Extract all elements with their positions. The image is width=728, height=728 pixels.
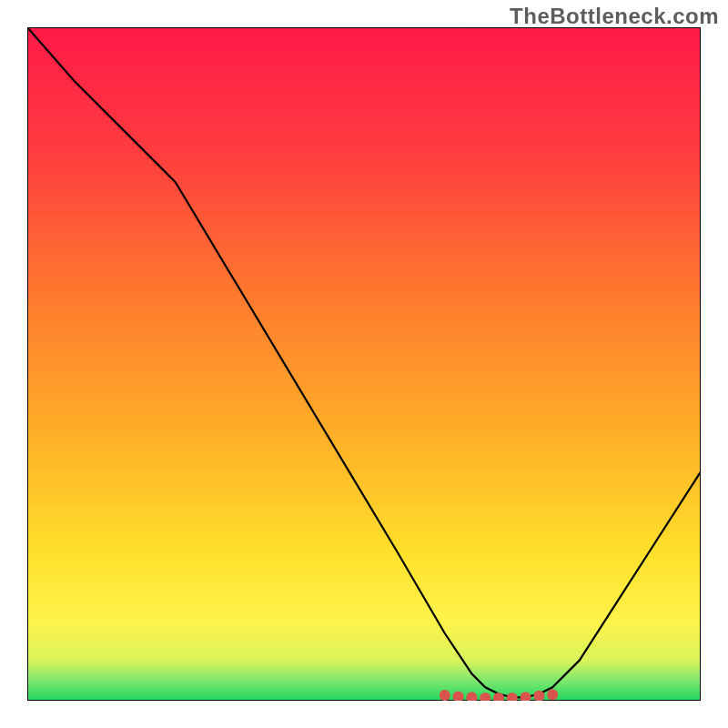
watermark-label: TheBottleneck.com bbox=[510, 4, 719, 29]
gradient-background bbox=[27, 27, 701, 701]
bottleneck-chart bbox=[27, 27, 701, 701]
marker-dot bbox=[440, 690, 450, 701]
marker-dot bbox=[547, 689, 558, 700]
chart-container: TheBottleneck.com bbox=[0, 0, 728, 728]
